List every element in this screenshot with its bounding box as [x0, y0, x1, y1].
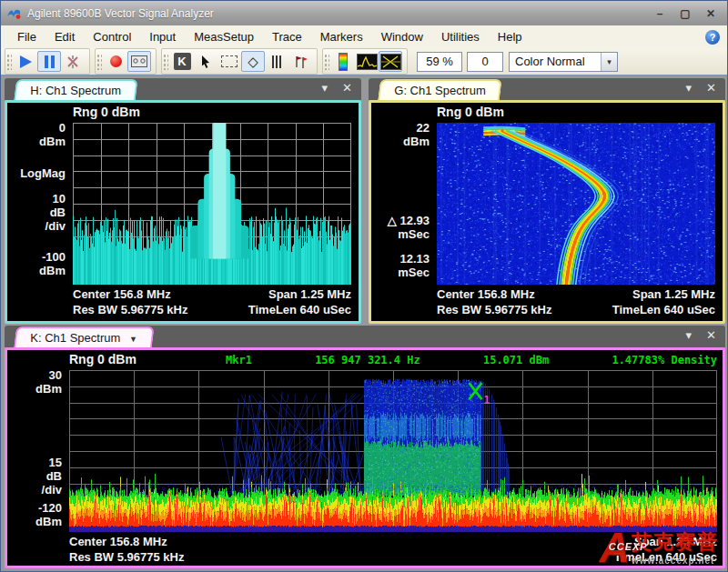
- recording-playback-button[interactable]: [127, 51, 151, 72]
- panel-h: Rng 0 dBm 0dBm LogMag 10dB/div -100dBm C…: [5, 100, 361, 324]
- minimize-button[interactable]: –: [647, 5, 672, 22]
- panel-g-close-icon[interactable]: ✕: [706, 81, 716, 95]
- panel-h-range-label: Rng 0 dBm: [73, 105, 140, 119]
- tabstrip-g: G: Ch1 Spectrum ▾ ✕: [369, 78, 725, 100]
- panel-h-axis-bottom: -100dBm: [7, 250, 66, 277]
- panel-h-menu-icon[interactable]: ▾: [322, 81, 329, 95]
- maximize-button[interactable]: ▢: [672, 5, 698, 22]
- pointer-tool-button[interactable]: [194, 51, 217, 72]
- band-markers-button[interactable]: [265, 51, 288, 72]
- panel-h-axis-scale: LogMag: [7, 166, 66, 180]
- toolbar-group-record: [95, 48, 157, 75]
- panel-h-spectrum-plot[interactable]: [73, 123, 351, 285]
- menu-control[interactable]: Control: [84, 27, 140, 46]
- pointer-icon: [198, 55, 213, 69]
- panel-g-footer: Center 156.8 MHzSpan 1.25 MHz Res BW 5.9…: [437, 286, 715, 317]
- panel-k-menu-icon[interactable]: ▾: [686, 328, 693, 343]
- marker-diamond-button[interactable]: ◇: [241, 51, 265, 72]
- panel-h-footer: Center 156.8 MHzSpan 1.25 MHz Res BW 5.9…: [73, 286, 351, 317]
- spectrum-display-button[interactable]: [355, 51, 379, 72]
- panel-g-axis-bottom: 12.13mSec: [371, 252, 430, 279]
- close-button[interactable]: ✕: [698, 5, 723, 22]
- panel-k: Rng 0 dBm Mkr1 156 947 321.4 Hz 15.071 d…: [5, 347, 725, 568]
- colorbar-button[interactable]: [331, 51, 355, 72]
- selection-rect-icon: [221, 55, 238, 67]
- color-mode-value: Color Normal: [510, 55, 601, 68]
- panel-h-close-icon[interactable]: ✕: [342, 81, 352, 95]
- panel-g-spectrogram-plot[interactable]: [437, 123, 715, 285]
- tab-k-ch1-spectrum[interactable]: K: Ch1 Spectrum▼: [14, 326, 155, 347]
- menu-input[interactable]: Input: [140, 27, 185, 46]
- tab-h-ch1-spectrum[interactable]: H: Ch1 Spectrum: [14, 79, 138, 100]
- menu-trace[interactable]: Trace: [263, 27, 311, 46]
- play-icon: [20, 55, 32, 68]
- menu-edit[interactable]: Edit: [46, 27, 84, 46]
- active-trace-button[interactable]: K: [170, 51, 194, 72]
- menu-utilities[interactable]: Utilities: [432, 27, 489, 46]
- workspace: H: Ch1 Spectrum ▾ ✕ Rng 0 dBm 0dBm LogMa…: [1, 76, 727, 571]
- spectrogram-trace-icon: [380, 54, 401, 70]
- count-field[interactable]: 0: [467, 52, 503, 72]
- drag-grip-icon[interactable]: [324, 54, 329, 70]
- menu-help[interactable]: Help: [489, 27, 531, 46]
- diamond-marker-icon: ◇: [248, 55, 258, 68]
- color-mode-dropdown[interactable]: Color Normal ▾: [509, 52, 618, 72]
- menu-file[interactable]: File: [8, 27, 46, 46]
- dropdown-arrow-icon[interactable]: ▾: [601, 53, 617, 71]
- restart-icon: [66, 55, 80, 69]
- tab-g-ch1-spectrum[interactable]: G: Ch1 Spectrum: [378, 79, 502, 100]
- spectrogram-display-button[interactable]: [379, 51, 402, 72]
- panel-g-axis-top: 22dBm: [371, 121, 430, 148]
- menu-window[interactable]: Window: [372, 27, 432, 46]
- panel-h-axis-div: 10dB/div: [7, 192, 66, 233]
- app-logo-icon: [5, 5, 22, 22]
- restart-button[interactable]: [61, 51, 85, 72]
- play-button[interactable]: [14, 51, 37, 72]
- panel-k-axis-div: 15dB/div: [7, 456, 62, 497]
- drag-grip-icon[interactable]: [163, 54, 168, 70]
- spectrum-trace-icon: [357, 54, 378, 70]
- tabstrip-h: H: Ch1 Spectrum ▾ ✕: [5, 78, 361, 100]
- band-lines-icon: [272, 55, 281, 68]
- help-icon[interactable]: ?: [705, 30, 720, 45]
- panel-k-footer: Center 156.8 MHzSpan 1.25 MHz Res BW 5.9…: [69, 534, 717, 565]
- trace-k-icon: K: [174, 53, 191, 70]
- flag-markers-icon: [293, 55, 308, 69]
- record-button[interactable]: [104, 51, 127, 72]
- drag-grip-icon[interactable]: [6, 54, 12, 70]
- panel-k-range-label: Rng 0 dBm: [69, 352, 136, 366]
- panel-h-axis-top: 0dBm: [7, 121, 66, 148]
- toolbar-group-display: [322, 48, 408, 75]
- menu-bar: File Edit Control Input MeasSetup Trace …: [1, 25, 727, 48]
- tape-icon: [131, 55, 147, 67]
- toolbar-group-run: [5, 48, 90, 75]
- menu-meassetup[interactable]: MeasSetup: [185, 27, 263, 46]
- tabstrip-k: K: Ch1 Spectrum▼ ▾ ✕: [5, 326, 725, 347]
- panel-k-density-plot[interactable]: [69, 370, 717, 532]
- pause-button[interactable]: [37, 51, 61, 72]
- panel-g-menu-icon[interactable]: ▾: [686, 81, 693, 95]
- toolbar: K ◇: [1, 48, 727, 76]
- panel-g-range-label: Rng 0 dBm: [437, 105, 504, 119]
- color-gradient-icon: [339, 53, 348, 71]
- panel-k-axis-top: 30dBm: [7, 368, 62, 396]
- pause-icon: [45, 55, 55, 68]
- drag-grip-icon[interactable]: [96, 54, 102, 70]
- window-title: Agilent 89600B Vector Signal Analyzer: [27, 7, 214, 20]
- panel-k-close-icon[interactable]: ✕: [706, 328, 716, 343]
- panel-g: Rng 0 dBm 22dBm △ 12.93mSec 12.13mSec Ce…: [369, 100, 725, 324]
- window-titlebar: Agilent 89600B Vector Signal Analyzer – …: [1, 1, 727, 25]
- percent-field[interactable]: 59 %: [417, 52, 462, 72]
- menu-markers[interactable]: Markers: [311, 27, 372, 46]
- zoom-select-button[interactable]: [217, 51, 241, 72]
- record-icon: [110, 55, 122, 67]
- flag-markers-button[interactable]: [288, 51, 312, 72]
- app-window: Agilent 89600B Vector Signal Analyzer – …: [0, 0, 728, 572]
- panel-k-marker-readout: Mkr1 156 947 321.4 Hz 15.071 dBm 1.47783…: [226, 354, 717, 366]
- toolbar-group-markers: K ◇: [161, 48, 318, 75]
- tab-k-dropdown-icon[interactable]: ▼: [129, 330, 137, 349]
- panel-g-axis-delta: △ 12.93mSec: [371, 214, 430, 241]
- panel-k-axis-bottom: -120dBm: [7, 501, 62, 528]
